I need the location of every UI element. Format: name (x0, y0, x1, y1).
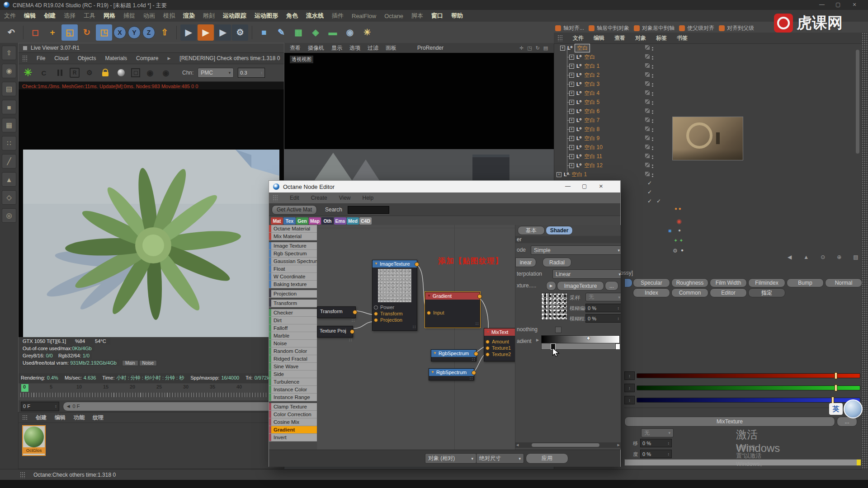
close-button[interactable]: × (599, 182, 603, 190)
object-visibility-toggles[interactable] (645, 108, 653, 113)
node-type-item[interactable]: Instance Color (269, 386, 317, 394)
output-port[interactable] (474, 352, 478, 356)
sample-dropdown[interactable]: 无▾ (585, 293, 621, 301)
output-port[interactable] (477, 294, 482, 299)
object-visibility-toggles[interactable] (645, 90, 653, 95)
node-resize-icon[interactable]: ∷ (470, 376, 472, 381)
viewport-canvas-top[interactable]: 透视视图 (284, 53, 554, 149)
node-category-tab[interactable]: Tex (283, 217, 296, 225)
expand-icon[interactable]: + (569, 127, 574, 132)
menu-item[interactable]: 雕刻 (199, 12, 219, 20)
menu-item[interactable]: 脚本 (407, 12, 427, 20)
cube-tag-icon[interactable]: ■ (668, 228, 671, 234)
linear-button-fragment[interactable]: inear (515, 258, 536, 267)
node-type-item[interactable]: Rgb Spectrum (269, 250, 317, 258)
toolbar-icon[interactable]: ▶ (215, 24, 231, 41)
minimize-button[interactable]: — (565, 183, 571, 189)
material-channel-tab[interactable]: Filmindex (748, 278, 785, 287)
align-tool-button[interactable]: 对象居中到轴 (634, 24, 675, 32)
object-manager-scrollbar[interactable] (856, 50, 859, 154)
object-name[interactable]: 空白 (584, 53, 595, 61)
live-viewer-titlebar[interactable]: Live Viewer 3.07-R1 (19, 43, 284, 53)
expand-icon[interactable]: + (557, 172, 561, 177)
maximize-button[interactable]: ▢ (582, 183, 587, 189)
object-visibility-toggles[interactable] (645, 72, 653, 77)
size-mode-dropdown[interactable]: 绝对尺寸▾ (476, 453, 524, 464)
blur-amount-field[interactable]: 0 %↕ (585, 314, 621, 323)
node-type-item[interactable]: Color Correction (269, 411, 317, 418)
node-graph-canvas[interactable]: 添加【贴图纹理】 Transform ∷ Texture Proj ∷ ▼Ima… (317, 225, 515, 450)
node-editor-titlebar[interactable]: Octane Node Editor — ▢ × (269, 181, 620, 192)
target-icon[interactable]: ⊕ (837, 254, 841, 260)
dock-tool-icon[interactable]: ╱ (2, 154, 16, 169)
object-name[interactable]: 空白 (575, 44, 590, 52)
toolbar-icon[interactable] (176, 26, 177, 39)
menu-item[interactable]: 插件 (328, 12, 348, 20)
object-name[interactable]: 空白 6 (584, 108, 599, 115)
image-texture-node[interactable]: ▼ImageTexture Power Transform Projection… (372, 260, 417, 331)
material-section-tab[interactable]: Editor (710, 288, 747, 297)
output-port[interactable] (350, 329, 354, 334)
output-port[interactable] (415, 262, 419, 267)
material-section-tab[interactable]: Index (633, 288, 670, 297)
material-section-tab[interactable]: 指定 (748, 288, 785, 297)
menu-item[interactable]: RealFlow (348, 13, 380, 19)
texture-projection-node[interactable]: Texture Proj ∷ (317, 326, 353, 338)
live-viewer-menu-item[interactable]: Materials (105, 55, 127, 61)
frame-slider[interactable]: ◀ 0 F (63, 402, 284, 411)
object-visibility-toggles[interactable] (645, 99, 653, 104)
node-type-item[interactable]: Noise (269, 340, 317, 347)
object-name[interactable]: 空白 9 (584, 135, 599, 142)
node-editor-menu-item[interactable]: Edit (290, 195, 299, 201)
ime-language-badge[interactable]: 英 (829, 403, 843, 415)
dock-tool-icon[interactable]: ◇ (2, 190, 16, 205)
check-tag-icon[interactable]: ✓ (647, 180, 652, 186)
viewport-menu-item[interactable]: 面板 (386, 44, 396, 52)
gradient-knot-white[interactable] (615, 343, 620, 350)
object-manager-menu-item[interactable]: 对象 (635, 34, 646, 42)
object-name[interactable]: 空白 11 (584, 153, 602, 160)
menu-item[interactable]: 模拟 (159, 12, 179, 20)
input-port[interactable] (374, 312, 378, 316)
blur-offset-field[interactable]: 0 %↕ (640, 439, 672, 447)
node-type-item[interactable]: Image Texture (269, 242, 317, 250)
node-type-item[interactable]: Marble (269, 332, 317, 340)
menu-item[interactable]: Octane (380, 13, 407, 19)
toolbar-icon[interactable]: ▬ (325, 24, 341, 41)
object-visibility-toggles[interactable] (645, 145, 653, 149)
node-category-tab[interactable]: Mat (271, 217, 283, 225)
node-type-item[interactable]: Dirt (269, 317, 317, 324)
reference-photo-thumbnail[interactable] (672, 117, 743, 160)
shader-tab[interactable]: Shader (546, 226, 573, 235)
collapse-icon[interactable]: ▼ (486, 330, 490, 334)
object-name[interactable]: 空白 4 (584, 89, 599, 97)
expand-icon[interactable]: + (569, 64, 574, 69)
node-type-item[interactable]: Falloff (269, 324, 317, 332)
node-editor-menu-item[interactable]: Help (363, 195, 374, 201)
object-tree-item[interactable]: + L⁰ 空白 (554, 52, 861, 61)
object-visibility-toggles[interactable] (645, 172, 653, 176)
material-item[interactable]: OctGlos (22, 425, 46, 456)
node-type-item[interactable]: Random Color (269, 347, 317, 355)
menu-item[interactable]: 选择 (60, 12, 80, 20)
material-ball-icon[interactable] (115, 67, 127, 79)
scrollbar-thumb[interactable] (532, 443, 599, 447)
toolbar-icon[interactable] (23, 26, 24, 39)
material-channel-tab[interactable]: Roughness (671, 278, 708, 287)
node-type-item[interactable]: Invert (269, 434, 317, 441)
object-visibility-toggles[interactable] (645, 154, 653, 158)
texture-more-button[interactable]: ... (605, 281, 618, 291)
menu-item[interactable]: 帮助 (447, 12, 467, 20)
menu-item[interactable]: 捕捉 (119, 12, 139, 20)
rgb-spectrum-node[interactable]: ▼RgbSpectrum ∷ (431, 349, 476, 361)
align-tool-button[interactable]: 轴居中到对象 (589, 24, 629, 32)
node-category-tab[interactable]: Map (309, 217, 321, 225)
gradient-node[interactable]: ▼Gradient Input ∷ (425, 292, 480, 328)
maximize-button[interactable]: ▢ (835, 1, 840, 8)
toolbar-icon[interactable]: ⚙ (232, 24, 248, 41)
collapse-icon[interactable]: ▼ (374, 262, 378, 266)
dock-tool-icon[interactable]: ▲ (2, 172, 16, 187)
viewport-corner-icons[interactable]: ✛◳↻▤ (519, 45, 548, 51)
object-name[interactable]: 空白 5 (584, 99, 599, 106)
red-spinner[interactable]: ↕ (624, 371, 635, 380)
